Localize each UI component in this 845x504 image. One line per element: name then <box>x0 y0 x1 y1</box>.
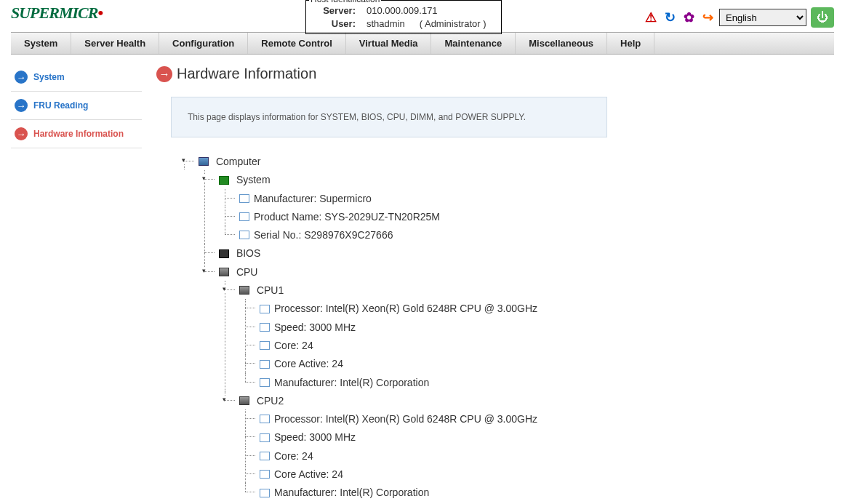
tree-leaf: Product Name: SYS-2029UZ-TN20R25M <box>219 207 820 225</box>
cpu-icon <box>239 286 249 295</box>
toggle-icon[interactable]: ▾ <box>200 267 207 274</box>
sidebar-item-label: System <box>33 72 65 82</box>
menu-remote-control[interactable]: Remote Control <box>248 33 346 54</box>
tree-label: Manufacturer: Supermicro <box>254 193 372 204</box>
doc-icon <box>260 415 270 423</box>
sidebar-item-label: FRU Reading <box>33 100 88 111</box>
page-title-row: → Hardware Information <box>156 65 820 82</box>
language-select[interactable]: English <box>719 9 806 26</box>
tree-label: Processor: Intel(R) Xeon(R) Gold 6248R C… <box>274 303 537 315</box>
cpu-icon <box>219 268 229 276</box>
tree-node-cpu[interactable]: ▾ CPU ▾ CPU1 Processor: Intel(R) Xeon(R)… <box>199 263 820 502</box>
tree-leaf: Core: 24 <box>239 447 820 465</box>
arrow-icon: → <box>15 99 28 112</box>
tree-label: Core: 24 <box>274 340 313 351</box>
header: SUPERMICR• Host Identification Server: 0… <box>0 0 845 26</box>
menu-spacer <box>654 33 834 54</box>
tree-leaf: Processor: Intel(R) Xeon(R) Gold 6248R C… <box>239 409 820 428</box>
sidebar-item-label: Hardware Information <box>33 129 124 139</box>
tree-leaf: Manufacturer: Intel(R) Corporation <box>239 373 820 391</box>
refresh-icon[interactable]: ↻ <box>662 10 677 25</box>
tree-label: Core Active: 24 <box>274 359 343 370</box>
doc-icon <box>260 305 270 313</box>
tree-label: Manufacturer: Intel(R) Corporation <box>274 487 429 499</box>
doc-icon <box>260 470 270 479</box>
system-icon <box>219 176 229 185</box>
menu-virtual-media[interactable]: Virtual Media <box>346 33 432 54</box>
tree-leaf: Speed: 3000 MHz <box>239 428 820 446</box>
arrow-icon: → <box>156 66 172 82</box>
doc-icon <box>260 489 270 497</box>
hardware-tree: ▾ Computer ▾ System Manufacturer: Superm… <box>178 152 820 502</box>
tree-label: CPU2 <box>257 395 284 407</box>
tree-node-bios[interactable]: BIOS <box>199 244 820 262</box>
tree-label: Core Active: 24 <box>274 468 343 480</box>
main-content: → Hardware Information This page display… <box>142 55 834 504</box>
doc-icon <box>260 378 270 387</box>
tree-label: System <box>236 175 271 186</box>
tree-label: Core: 24 <box>274 450 313 462</box>
page-title: Hardware Information <box>177 65 316 82</box>
doc-icon <box>239 194 249 203</box>
tree-label: Manufacturer: Intel(R) Corporation <box>274 377 429 388</box>
tree-node-computer[interactable]: ▾ Computer ▾ System Manufacturer: Superm… <box>178 152 820 502</box>
toggle-icon[interactable]: ▾ <box>200 175 207 182</box>
menu-system[interactable]: System <box>11 33 71 54</box>
computer-icon <box>199 157 209 166</box>
tree-leaf: Manufacturer: Intel(R) Corporation <box>239 483 820 501</box>
logo-dot: • <box>97 4 103 22</box>
tree-node-cpu1[interactable]: ▾ CPU1 Processor: Intel(R) Xeon(R) Gold … <box>219 281 820 391</box>
tree-node-cpu2[interactable]: ▾ CPU2 Processor: Intel(R) Xeon(R) Gold … <box>219 391 820 502</box>
menu-configuration[interactable]: Configuration <box>159 33 248 54</box>
tree-label: Product Name: SYS-2029UZ-TN20R25M <box>254 211 440 223</box>
host-legend: Host Identification <box>309 0 381 4</box>
tree-leaf: Manufacturer: Supermicro <box>219 189 820 207</box>
user-label: User: <box>312 18 356 29</box>
doc-icon <box>260 360 270 369</box>
sidebar-item-hardware-information[interactable]: → Hardware Information <box>11 120 142 148</box>
tree-label: Speed: 3000 MHz <box>274 321 356 333</box>
toggle-icon[interactable]: ▾ <box>180 156 187 164</box>
tree-label: CPU1 <box>257 284 284 296</box>
arrow-icon: → <box>15 71 28 84</box>
toggle-icon[interactable]: ▾ <box>220 396 228 403</box>
tree-label: BIOS <box>236 248 260 260</box>
menu-server-health[interactable]: Server Health <box>71 33 159 54</box>
logo-text: SUPERMICR <box>11 4 97 22</box>
alert-icon[interactable]: ⚠ <box>644 10 658 25</box>
doc-icon <box>260 341 270 350</box>
tree-leaf: Processor: Intel(R) Xeon(R) Gold 6248R C… <box>239 299 820 317</box>
bios-icon <box>219 249 229 258</box>
sidebar: → System → FRU Reading → Hardware Inform… <box>11 55 142 504</box>
doc-icon <box>260 452 270 460</box>
user-role: ( Administrator ) <box>420 18 486 29</box>
host-identification-box: Host Identification Server: 010.000.009.… <box>305 0 502 34</box>
tree-label: CPU <box>236 266 258 278</box>
tree-node-system[interactable]: ▾ System Manufacturer: Supermicro Produc… <box>199 170 820 244</box>
leaf-icon[interactable]: ✿ <box>681 10 696 25</box>
logout-icon[interactable]: ↪ <box>700 10 715 25</box>
doc-icon <box>260 323 270 332</box>
doc-icon <box>239 212 249 221</box>
tree-leaf: Core Active: 24 <box>239 354 820 372</box>
tree-leaf: Speed: 3000 MHz <box>239 318 820 336</box>
sidebar-item-system[interactable]: → System <box>11 63 142 92</box>
menu-maintenance[interactable]: Maintenance <box>431 33 516 54</box>
menu-help[interactable]: Help <box>607 33 654 54</box>
cpu-icon <box>239 396 249 405</box>
toggle-icon[interactable]: ▾ <box>220 285 228 292</box>
power-button[interactable]: ⏻ <box>811 7 834 28</box>
logo: SUPERMICR• <box>11 4 103 23</box>
tree-leaf: Serial No.: S298976X9C27666 <box>219 225 820 244</box>
main-menubar: System Server Health Configuration Remot… <box>11 32 834 55</box>
tree-label: Serial No.: S298976X9C27666 <box>254 229 393 241</box>
tree-label: Processor: Intel(R) Xeon(R) Gold 6248R C… <box>274 413 537 425</box>
info-box: This page displays information for SYSTE… <box>171 97 607 137</box>
menu-miscellaneous[interactable]: Miscellaneous <box>516 33 607 54</box>
server-value: 010.000.009.171 <box>367 5 438 16</box>
top-right-toolbar: ⚠ ↻ ✿ ↪ English ⏻ <box>644 7 834 28</box>
tree-leaf: Core Active: 24 <box>239 465 820 483</box>
tree-label: Speed: 3000 MHz <box>274 432 356 444</box>
tree-label: Computer <box>216 156 260 167</box>
sidebar-item-fru-reading[interactable]: → FRU Reading <box>11 92 142 120</box>
